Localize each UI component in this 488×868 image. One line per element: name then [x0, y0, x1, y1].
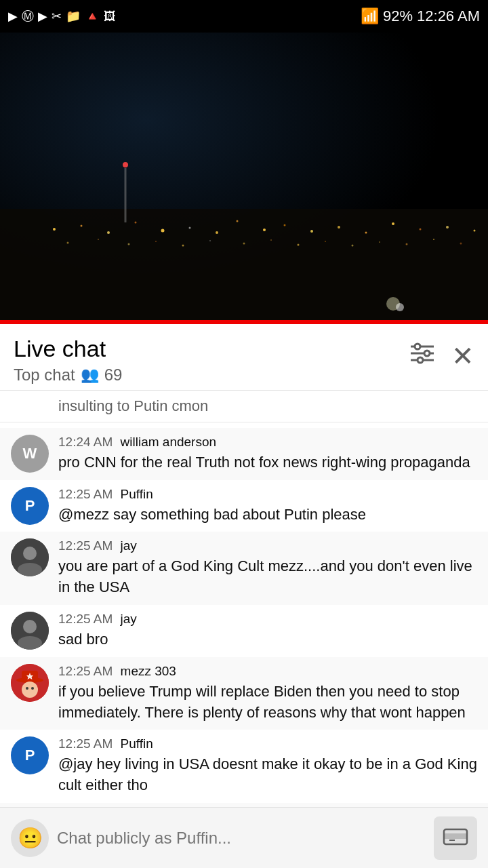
svg-point-9 — [237, 220, 239, 222]
chat-message: P 12:25 AM Puffin @mezz say something ba… — [0, 480, 488, 532]
message-time: 12:25 AM — [58, 487, 113, 501]
call-icon: ✂ — [52, 9, 62, 24]
svg-point-28 — [325, 241, 326, 242]
svg-point-31 — [406, 243, 408, 245]
alert-icon: 🔺 — [85, 9, 100, 24]
status-indicators: 📶 92% 12:26 AM — [361, 7, 480, 25]
svg-point-30 — [379, 241, 380, 243]
svg-point-43 — [418, 357, 423, 363]
message-text: pro CNN for the real Truth not fox news … — [58, 452, 477, 473]
svg-point-3 — [81, 225, 83, 227]
message-time: 12:25 AM — [58, 736, 113, 751]
message-username: jay — [121, 538, 137, 553]
message-text: sad bro — [58, 629, 477, 650]
message-text: you are part of a God King Cult mezz....… — [58, 556, 477, 598]
image-icon: 🖼 — [104, 9, 116, 24]
chat-messages-list[interactable]: W 12:24 AM william anderson pro CNN for … — [0, 422, 488, 807]
svg-point-5 — [135, 222, 137, 224]
svg-point-19 — [67, 242, 69, 244]
message-content: 12:25 AM jay you are part of a God King … — [58, 538, 477, 598]
svg-point-42 — [424, 351, 430, 356]
filter-icon[interactable] — [409, 342, 435, 370]
superchat-icon — [443, 824, 468, 852]
svg-point-29 — [352, 245, 354, 247]
svg-rect-1 — [0, 209, 488, 324]
svg-point-22 — [155, 241, 157, 242]
message-username: mezz 303 — [121, 664, 176, 678]
svg-point-14 — [365, 232, 367, 234]
folder-icon: 📁 — [66, 9, 81, 24]
svg-point-15 — [392, 222, 394, 225]
svg-point-41 — [415, 344, 420, 349]
message-text: @mezz say something bad about Putin plea… — [58, 505, 477, 526]
svg-point-45 — [23, 547, 37, 560]
svg-point-55 — [26, 687, 28, 690]
message-meta: 12:25 AM jay — [58, 612, 477, 627]
svg-point-27 — [298, 244, 300, 246]
truncated-message: insulting to Putin cmon — [0, 391, 488, 422]
svg-point-6 — [161, 229, 165, 233]
time-display: 12:26 AM — [417, 7, 480, 25]
message-text: if you believe Trump will replace Biden … — [58, 682, 477, 724]
people-icon: 👥 — [81, 366, 99, 384]
message-text: @jay hey living in USA doesnt make it ok… — [58, 754, 477, 796]
chat-message: P 12:25 AM Puffin @jay hey living in USA… — [0, 730, 488, 803]
svg-point-13 — [338, 226, 340, 229]
svg-point-33 — [460, 243, 462, 245]
svg-point-56 — [31, 687, 34, 690]
viewer-count: 69 — [104, 366, 123, 384]
message-content: 12:24 AM william anderson pro CNN for th… — [58, 435, 477, 473]
emoji-button[interactable]: 😐 — [11, 819, 49, 857]
svg-point-17 — [446, 226, 449, 229]
avatar: P — [11, 736, 49, 774]
svg-point-8 — [216, 231, 218, 234]
message-username: Puffin — [121, 487, 153, 501]
message-meta: 12:25 AM Puffin — [58, 736, 477, 751]
city-lights-svg — [0, 33, 488, 324]
wifi-icon: 📶 — [361, 7, 379, 25]
svg-point-48 — [23, 620, 37, 633]
send-superschat-button[interactable] — [434, 816, 477, 860]
chat-header: Live chat Top chat 👥 69 ✕ — [0, 324, 488, 391]
avatar: W — [11, 435, 49, 473]
status-bar: ▶ Ⓜ ▶ ✂ 📁 🔺 🖼 📶 92% 12:26 AM — [0, 0, 488, 33]
close-chat-icon[interactable]: ✕ — [451, 340, 474, 372]
svg-point-54 — [22, 682, 38, 698]
svg-point-24 — [209, 240, 211, 241]
message-content: 12:25 AM jay sad bro — [58, 612, 477, 650]
message-meta: 12:24 AM william anderson — [58, 435, 477, 450]
svg-point-21 — [128, 243, 130, 245]
notification-icons: ▶ Ⓜ ▶ ✂ 📁 🔺 🖼 — [8, 8, 116, 24]
youtube-icon: ▶ — [8, 9, 18, 24]
avatar — [11, 612, 49, 650]
svg-rect-58 — [444, 833, 467, 839]
message-time: 12:25 AM — [58, 664, 113, 678]
svg-point-37 — [396, 303, 404, 311]
svg-point-25 — [243, 243, 245, 245]
avatar — [11, 538, 49, 576]
svg-point-16 — [420, 229, 422, 231]
message-username: jay — [121, 612, 137, 626]
svg-point-49 — [18, 636, 42, 650]
message-time: 12:25 AM — [58, 612, 113, 626]
video-player[interactable] — [0, 33, 488, 324]
svg-point-18 — [474, 230, 476, 232]
svg-point-11 — [284, 224, 286, 226]
video-content — [0, 33, 488, 324]
svg-point-2 — [53, 228, 56, 231]
message-meta: 12:25 AM Puffin — [58, 487, 477, 502]
chat-actions: ✕ — [409, 335, 474, 372]
chat-text-input[interactable] — [57, 820, 426, 856]
svg-point-46 — [18, 563, 42, 576]
message-content: 12:25 AM Puffin @jay hey living in USA d… — [58, 736, 477, 796]
live-chat-title: Live chat — [14, 335, 122, 363]
chat-message: 12:25 AM mezz 303 if you believe Trump w… — [0, 657, 488, 730]
svg-point-35 — [123, 162, 128, 167]
message-time: 12:25 AM — [58, 538, 113, 553]
m-icon: Ⓜ — [22, 8, 34, 24]
avatar: P — [11, 487, 49, 525]
chat-input-area: 😐 — [0, 807, 488, 868]
svg-point-26 — [270, 239, 272, 241]
svg-point-23 — [182, 245, 184, 247]
avatar — [11, 664, 49, 702]
